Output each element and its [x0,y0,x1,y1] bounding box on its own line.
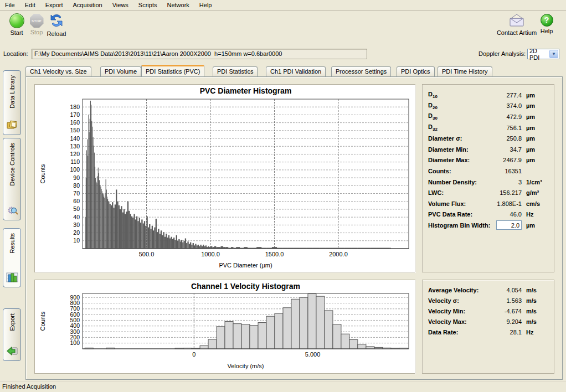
histogram-bar [159,234,161,249]
tab-pdi-volume[interactable]: PDI Volume [100,66,141,76]
histogram-bar [217,327,225,349]
y-tick-label: 20 [73,229,80,236]
histogram-bar [92,137,93,249]
chevron-down-icon[interactable]: ▼ [549,50,558,58]
x-tick-label: 1500.0 [265,251,284,257]
y-tick-label: 60 [73,198,80,204]
histogram-bar [172,239,173,249]
stat-unit: µm [522,92,548,99]
menu-item-network[interactable]: Network [162,0,194,10]
histogram-bar [154,228,155,249]
histogram-bar [110,204,111,249]
histogram-bar [94,153,95,249]
histogram-bar [112,202,113,249]
histogram-bar [220,246,223,249]
pvc-stat-row: Diameter Min:34.7µm [428,144,548,155]
histogram-bar [97,176,98,249]
histogram-bar [128,211,130,249]
histogram-bar [181,240,182,249]
stat-label: Diameter Min: [428,146,487,153]
stat-value: 34.7 [487,146,522,153]
menu-item-scripts[interactable]: Scripts [133,0,162,10]
pvc-stat-row: Diameter σ:250.8µm [428,133,548,144]
histogram-bar [161,230,162,249]
histogram-bar [91,121,92,249]
help-button[interactable]: ? Help [534,11,559,34]
histogram-bar [176,235,177,249]
histogram-bar [108,202,109,249]
stat-unit: µm [522,102,548,109]
reload-button[interactable]: Reload [41,11,72,37]
menu-item-edit[interactable]: Edit [20,0,40,10]
histogram-bar [199,246,200,249]
stat-value: 2467.9 [487,157,522,163]
histogram-bar [104,198,105,249]
tab-pdi-statistics[interactable]: PDI Statistics [213,66,258,76]
stat-label: Average Velocity: [428,287,487,293]
histogram-bar [107,197,107,249]
y-tick-label: 110 [70,158,80,165]
histogram-bar [162,235,163,249]
doppler-analysis-select[interactable]: 2D PDI ▼ [527,49,559,59]
stat-label: D10 [428,91,487,99]
sidebar-button-device-controls[interactable]: Device Controls⚙ [3,138,21,220]
menu-item-help[interactable]: Help [194,0,217,10]
y-tick-label: 80 [73,182,80,189]
pvc-stat-row: Counts:16351 [428,166,548,177]
location-field[interactable]: F:\My Documents\AIMS Data\2013\2013\11\2… [32,49,367,59]
histogram-bar [174,240,176,249]
histogram-bar [95,167,95,249]
histogram-bar [171,237,172,249]
histogram-bar [194,245,195,249]
stat-unit: µm [522,157,548,163]
histogram-bar [153,230,154,249]
stat-label: Counts: [428,168,487,174]
tab-ch1-velocity-vs-size[interactable]: Ch1 Velocity vs. Size [25,66,91,76]
histogram-bar [120,209,121,249]
contact-artium-button[interactable]: Contact Artium [496,11,537,36]
velocity-stat-row: Velocity Min:-4.674m/s [428,306,548,316]
device-controls-icon: ⚙ [6,204,18,216]
histogram-bar [316,296,325,349]
histogram-bar [92,127,92,249]
menu-item-file[interactable]: File [0,0,20,10]
histogram-bar [233,324,241,349]
export-icon [6,345,18,357]
histogram-bar [96,182,96,249]
histogram-bar [275,313,283,349]
menu-item-views[interactable]: Views [107,0,133,10]
histogram-bar [241,324,250,349]
stat-label: LWC: [428,189,487,196]
stat-label: D30 [428,112,487,121]
histogram-bar [113,208,114,249]
menu-item-acquisition[interactable]: Acquisition [68,0,107,10]
tab-processor-settings[interactable]: Processor Settings [331,66,391,76]
histogram-bar [122,213,124,249]
tab-pdi-statistics-pvc-[interactable]: PDI Statistics (PVC) [141,65,204,76]
tab-ch1-pdi-validation[interactable]: Ch1 PDI Validation [266,66,326,76]
histogram-bar [100,187,101,249]
histogram-bar [291,299,300,349]
sidebar-button-data-library[interactable]: Data Library [3,70,21,135]
stat-label: Velocity Min: [428,308,487,314]
histogram-bin-width-input[interactable] [496,220,522,230]
histogram-bar [86,150,87,249]
tab-pdi-optics[interactable]: PDI Optics [397,66,435,76]
histogram-bar [333,324,341,349]
menu-item-export[interactable]: Export [40,0,68,10]
histogram-bar [358,344,366,349]
sidebar-button-label: Device Controls [9,143,16,186]
menu-bar: FileEditExportAcquisitionViewsScriptsNet… [0,0,566,11]
histogram-bar [146,216,147,249]
stat-label: D32 [428,123,487,132]
tab-pdi-time-history[interactable]: PDI Time History [438,66,492,76]
y-tick-label: 160 [70,119,80,126]
histogram-bar [86,178,86,249]
histogram-bar [208,246,209,249]
y-tick-label: 800 [70,300,80,306]
sidebar-button-export[interactable]: Export [3,308,21,361]
stat-unit: m/s [522,318,548,325]
y-tick-label: 180 [70,104,80,110]
data-library-icon [6,119,18,131]
sidebar-button-results[interactable]: Results [3,228,21,287]
